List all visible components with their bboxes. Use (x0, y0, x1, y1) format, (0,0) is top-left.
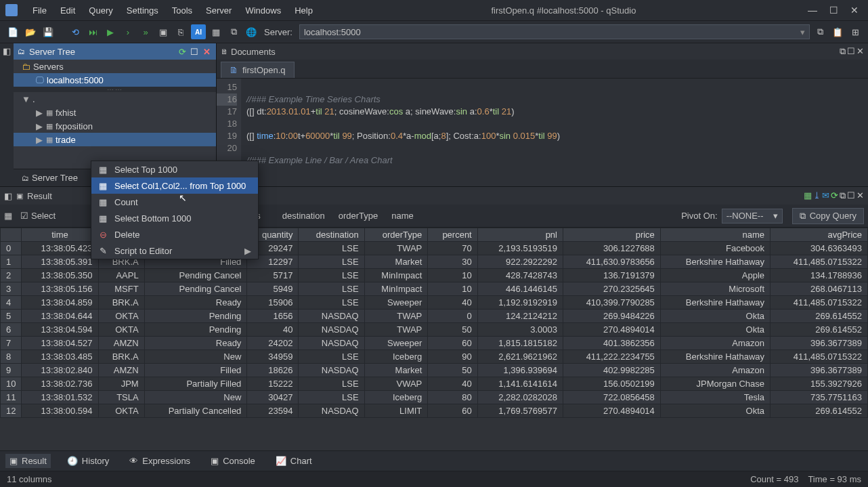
stop-icon[interactable]: ▣ (156, 24, 171, 39)
menu-help[interactable]: Help (288, 3, 320, 18)
popout-icon[interactable]: ⧉ (840, 190, 846, 201)
close-panel-icon[interactable]: ✕ (856, 46, 864, 57)
table-row[interactable]: 1213:38:00.594OKTAPartially Cancelled235… (1, 404, 868, 418)
copy-icon[interactable]: ⧉ (812, 24, 827, 39)
table-row[interactable]: 413:38:04.859BRK.AReady15906LSESweeper40… (1, 296, 868, 310)
grid-icon[interactable]: ▦ (4, 211, 12, 221)
col-header-price[interactable]: price (563, 228, 661, 242)
table-row[interactable]: 613:38:04.594OKTAPending40NASDAQTWAP503.… (1, 323, 868, 337)
expand-icon[interactable]: ▶ (35, 121, 43, 131)
copy-query-button[interactable]: ⧉ Copy Query (792, 208, 864, 224)
mail-icon[interactable]: ✉ (822, 190, 829, 201)
open-file-icon[interactable]: 📂 (23, 24, 38, 39)
col-header-orderType[interactable]: orderType (364, 228, 428, 242)
new-file-icon[interactable]: 📄 (5, 24, 20, 39)
pivot-select[interactable]: --NONE-- ▾ (722, 209, 783, 224)
grid-icon[interactable]: ▦ (209, 24, 223, 39)
col-header-destination[interactable]: destination (299, 228, 364, 242)
tree-table-fxposition[interactable]: ▶ ▦ fxposition (14, 119, 216, 133)
close-panel-icon[interactable]: ✕ (201, 47, 212, 57)
col-ordertype[interactable]: orderType (339, 211, 378, 221)
left-gutter-icon[interactable]: ◧ (4, 191, 12, 201)
left-gutter-icon[interactable]: ◧ (0, 43, 14, 186)
tree-servers-root[interactable]: 🗀 Servers (14, 60, 216, 73)
table-row[interactable]: 913:38:02.840AMZNFilled18626NASDAQMarket… (1, 364, 868, 377)
table-row[interactable]: 313:38:05.156MSFTPending Cancel5949LSEMi… (1, 282, 868, 296)
expand-icon[interactable]: ▼ (22, 94, 30, 104)
select-columns-button[interactable]: ☑ Select (16, 209, 60, 222)
col-header-avgPrice[interactable]: avgPrice (771, 228, 868, 242)
menu-settings[interactable]: Settings (120, 3, 165, 18)
table-view-icon[interactable]: ▦ (804, 190, 812, 201)
window-maximize-icon[interactable]: ☐ (829, 5, 838, 16)
refresh-connections-icon[interactable]: ⟲ (68, 24, 83, 39)
context-menu-item-label: Select Col1,Col2... from Top 1000 (114, 181, 246, 191)
table-row[interactable]: 813:38:03.485BRK.ANew34959LSEIceberg902,… (1, 350, 868, 364)
export-csv-icon[interactable]: ⤓ (813, 190, 821, 201)
file-tab-firstopen[interactable]: 🗎 firstOpen.q (221, 62, 295, 78)
tree-root-label: Servers (33, 62, 64, 72)
table-row[interactable]: 713:38:04.527AMZNReady24202NASDAQSweeper… (1, 337, 868, 350)
tree-connection[interactable]: 🖵 localhost:5000 (14, 73, 216, 87)
col-header-percent[interactable]: percent (428, 228, 477, 242)
tab-chart[interactable]: 📈Chart (272, 454, 316, 468)
editor-content[interactable]: //### Example Time Series Charts ([] dt:… (241, 79, 868, 186)
run-all-icon[interactable]: » (138, 24, 153, 39)
tree-connection-label: localhost:5000 (47, 75, 104, 85)
context-menu-item[interactable]: ▦Select Top 1000 (91, 161, 258, 177)
popout-icon[interactable]: ⧉ (840, 46, 846, 57)
tab-server-tree[interactable]: 🗂 Server Tree (16, 171, 83, 184)
copy-table-icon[interactable]: ⧉ (226, 24, 241, 39)
file-tab-label: firstOpen.q (242, 65, 286, 75)
server-select[interactable]: localhost:5000 ▾ (299, 24, 810, 39)
col-name[interactable]: name (391, 211, 414, 221)
tab-expressions[interactable]: 👁Expressions (125, 454, 194, 468)
menu-file[interactable]: File (26, 3, 53, 18)
table-row[interactable]: 513:38:04.644OKTAPending1656NASDAQTWAP01… (1, 310, 868, 323)
context-menu-item[interactable]: ✎Script to Editor▶ (91, 242, 258, 259)
window-minimize-icon[interactable]: — (808, 5, 817, 16)
tab-history[interactable]: 🕘History (63, 454, 113, 468)
context-menu-item[interactable]: ▦Count (91, 194, 258, 210)
paste-icon[interactable]: 📋 (830, 24, 845, 39)
maximize-panel-icon[interactable]: ☐ (847, 190, 855, 201)
window-close-icon[interactable]: ✕ (850, 5, 859, 16)
tab-console[interactable]: ▣Console (207, 454, 259, 468)
code-editor[interactable]: 15 16 17 18 19 20 //### Example Time Ser… (217, 79, 868, 186)
table-row[interactable]: 1013:38:02.736JPMPartially Filled15222LS… (1, 377, 868, 391)
expand-icon[interactable]: ▶ (35, 108, 43, 118)
settings-icon[interactable]: ⊞ (848, 24, 863, 39)
menu-windows[interactable]: Windows (238, 3, 288, 18)
run-icon[interactable]: ▶ (103, 24, 118, 39)
tree-table-trade[interactable]: ▶ ▦ trade (14, 133, 216, 146)
context-menu-item[interactable]: ▦Select Col1,Col2... from Top 1000 (91, 177, 258, 194)
tab-result[interactable]: ▣Result (5, 454, 51, 468)
table-row[interactable]: 1113:38:01.532TSLANew30427LSEIceberg802,… (1, 391, 868, 404)
globe-icon[interactable]: 🌐 (244, 24, 259, 39)
menu-query[interactable]: Query (82, 3, 119, 18)
context-menu-item[interactable]: ▦Select Bottom 1000 (91, 210, 258, 226)
refresh-icon[interactable]: ⟳ (831, 190, 838, 201)
ai-icon[interactable]: AI (191, 24, 206, 39)
refresh-icon[interactable]: ⟳ (177, 47, 188, 57)
maximize-panel-icon[interactable]: ☐ (847, 46, 855, 57)
expand-icon[interactable]: ▶ (35, 135, 43, 145)
table-row[interactable]: 213:38:05.350AAPLPending Cancel5717LSEMi… (1, 269, 868, 282)
col-destination[interactable]: destination (282, 211, 325, 221)
run-to-end-icon[interactable]: ⏭ (85, 24, 100, 39)
save-icon[interactable]: 💾 (41, 24, 56, 39)
context-menu-item[interactable]: ⊖Delete (91, 226, 258, 242)
menu-edit[interactable]: Edit (53, 3, 82, 18)
tree-namespace[interactable]: ▼ . (14, 92, 216, 106)
menu-tools[interactable]: Tools (165, 3, 199, 18)
run-line-icon[interactable]: › (121, 24, 135, 39)
col-header-pnl[interactable]: pnl (477, 228, 563, 242)
col-header-time[interactable]: time (22, 228, 98, 242)
maximize-panel-icon[interactable]: ☐ (189, 47, 200, 57)
tree-table-fxhist[interactable]: ▶ ▦ fxhist (14, 106, 216, 119)
col-header-name[interactable]: name (660, 228, 770, 242)
menu-server[interactable]: Server (199, 3, 238, 18)
drag-handle[interactable]: ⋯⋯ (14, 87, 216, 92)
close-panel-icon[interactable]: ✕ (856, 190, 864, 201)
export-icon[interactable]: ⎘ (173, 24, 188, 39)
